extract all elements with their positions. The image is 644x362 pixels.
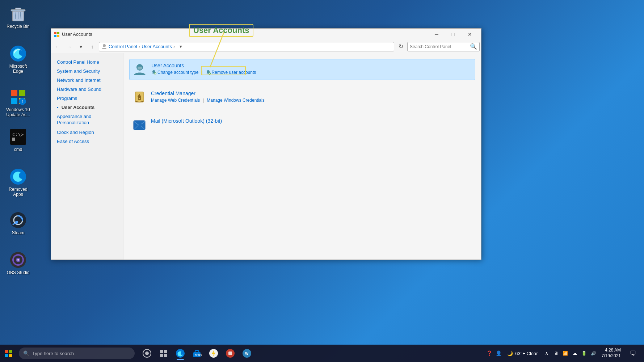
removed-apps-desktop-icon[interactable]: Removed Apps	[4, 167, 33, 198]
taskbar-app-blue[interactable]: W	[239, 345, 255, 361]
taskbar-app-red[interactable]	[222, 345, 238, 361]
edge-desktop-icon[interactable]: Microsoft Edge	[4, 43, 33, 75]
edge-taskbar-icon	[176, 349, 185, 358]
titlebar-controls: ─ □ ✕	[428, 29, 478, 40]
svg-rect-27	[57, 35, 59, 37]
clock[interactable]: 4:28 AM 7/19/2021	[599, 348, 623, 359]
remove-user-icon	[206, 70, 211, 75]
svg-rect-45	[9, 350, 12, 353]
recycle-bin-image	[9, 5, 27, 22]
refresh-button[interactable]: ↻	[396, 42, 406, 52]
mail-category[interactable]: Mail (Microsoft Outlook) (32-bit)	[129, 115, 475, 135]
obs-label: OBS Studio	[7, 270, 30, 275]
taskbar-edge[interactable]	[172, 345, 188, 361]
user-accounts-category[interactable]: User Accounts Change account type |	[129, 59, 475, 80]
minimize-button[interactable]: ─	[428, 29, 445, 40]
taskbar-systray: ❓ 👤 🌙 63°F Clear ∧ 🖥 📶 ☁ 🔋 🔊 4:28 AM 7/1…	[483, 345, 644, 361]
svg-text:↑: ↑	[21, 99, 24, 104]
taskbar-store[interactable]: STORE	[189, 345, 205, 361]
cloud-icon[interactable]: ☁	[571, 350, 578, 357]
recycle-bin-icon[interactable]: Recycle Bin	[4, 4, 33, 30]
steam-desktop-icon[interactable]: Steam	[4, 210, 33, 237]
volume-icon[interactable]: 🔊	[590, 350, 597, 357]
dropdown-button[interactable]: ▾	[76, 42, 86, 52]
network-status-icon[interactable]: 🖥	[552, 350, 560, 357]
notification-button[interactable]: 🗨	[625, 345, 641, 361]
winupdate-image: ↑	[9, 88, 27, 106]
app650-icon	[209, 349, 218, 358]
red-app-icon	[226, 349, 235, 358]
mail-title[interactable]: Mail (Microsoft Outlook) (32-bit)	[151, 118, 222, 124]
sidebar-item-user-accounts[interactable]: User Accounts	[51, 103, 123, 112]
svg-rect-26	[54, 35, 56, 37]
taskbar-app-650[interactable]	[206, 345, 222, 361]
start-button[interactable]	[0, 345, 17, 362]
sidebar-item-appearance[interactable]: Appearance and Personalization	[51, 112, 123, 128]
address-path[interactable]: Control Panel › User Accounts › ▾	[99, 42, 394, 51]
sidebar-item-system-security[interactable]: System and Security	[51, 67, 123, 76]
svg-point-49	[145, 352, 149, 355]
store-icon: STORE	[192, 349, 202, 358]
window-icon	[54, 31, 60, 37]
svg-rect-44	[5, 350, 8, 353]
steam-image	[9, 211, 27, 229]
titlebar-left: User Accounts	[54, 31, 92, 37]
sidebar: Control Panel Home System and Security N…	[51, 53, 123, 260]
obs-image	[9, 251, 27, 269]
manage-web-credentials-link[interactable]: Manage Web Credentials	[151, 98, 200, 103]
manage-windows-credentials-link[interactable]: Manage Windows Credentials	[207, 98, 264, 103]
weather-widget[interactable]: 🌙 63°F Clear	[504, 351, 540, 356]
taskbar-cortana[interactable]	[139, 345, 155, 361]
credential-manager-info: Credential Manager Manage Web Credential…	[151, 90, 472, 103]
blue-app-icon: W	[242, 349, 252, 358]
sidebar-item-network-internet[interactable]: Network and Internet	[51, 76, 123, 85]
change-account-type-link[interactable]: Change account type	[151, 70, 198, 75]
search-icon[interactable]: 🔍	[470, 43, 477, 50]
back-button[interactable]: ←	[52, 42, 63, 52]
user-accounts-info: User Accounts Change account type |	[151, 62, 472, 75]
weather-text: 63°F Clear	[515, 351, 538, 356]
svg-rect-53	[164, 354, 167, 357]
credential-manager-title[interactable]: Credential Manager	[151, 90, 195, 96]
taskbar: 🔍 Type here to search	[0, 345, 644, 362]
sidebar-item-programs[interactable]: Programs	[51, 94, 123, 103]
battery-icon[interactable]: 🔋	[581, 350, 588, 357]
svg-text:C:\>: C:\>	[12, 132, 24, 137]
taskbar-search[interactable]: 🔍 Type here to search	[19, 348, 135, 359]
mail-info: Mail (Microsoft Outlook) (32-bit)	[151, 118, 472, 124]
remove-user-accounts-link[interactable]: Remove user accounts	[206, 70, 256, 75]
cmd-desktop-icon[interactable]: C:\> cmd	[4, 127, 33, 153]
path-part-1[interactable]: Control Panel	[109, 44, 137, 49]
address-path-dropdown[interactable]: ▾	[176, 42, 185, 51]
sidebar-item-control-panel-home[interactable]: Control Panel Home	[51, 58, 123, 67]
sidebar-item-ease-access[interactable]: Ease of Access	[51, 137, 123, 146]
sidebar-item-hardware-sound[interactable]: Hardware and Sound	[51, 85, 123, 94]
taskbar-task-view[interactable]	[156, 345, 172, 361]
winupdate-desktop-icon[interactable]: ↑ Windows 10 Update As...	[4, 87, 33, 119]
edge-label: Microsoft Edge	[5, 64, 31, 74]
path-part-2[interactable]: User Accounts	[142, 44, 172, 49]
chevron-up-icon[interactable]: ∧	[543, 350, 550, 357]
up-button[interactable]: ↑	[87, 42, 97, 52]
search-input[interactable]	[410, 44, 468, 49]
help-icon[interactable]: ❓	[485, 350, 493, 357]
window-titlebar: User Accounts ─ □ ✕	[51, 29, 481, 40]
cmd-image: C:\>	[9, 128, 27, 146]
maximize-button[interactable]: □	[445, 29, 462, 40]
forward-button[interactable]: →	[64, 42, 74, 52]
taskbar-search-placeholder: Type here to search	[32, 351, 74, 356]
people-icon[interactable]: 👤	[495, 350, 502, 357]
user-accounts-title[interactable]: User Accounts	[151, 63, 184, 68]
svg-rect-30	[138, 67, 142, 70]
svg-rect-24	[54, 32, 56, 34]
sidebar-item-clock-region[interactable]: Clock and Region	[51, 128, 123, 137]
close-button[interactable]: ✕	[462, 29, 478, 40]
search-box[interactable]: 🔍	[407, 42, 480, 51]
svg-rect-59	[228, 352, 232, 355]
recycle-bin-label: Recycle Bin	[7, 24, 29, 29]
wifi-icon[interactable]: 📶	[562, 350, 569, 357]
svg-rect-25	[57, 32, 59, 34]
obs-desktop-icon[interactable]: OBS Studio	[4, 250, 33, 277]
credential-manager-category[interactable]: Credential Manager Manage Web Credential…	[129, 87, 475, 108]
user-icon	[101, 44, 107, 50]
